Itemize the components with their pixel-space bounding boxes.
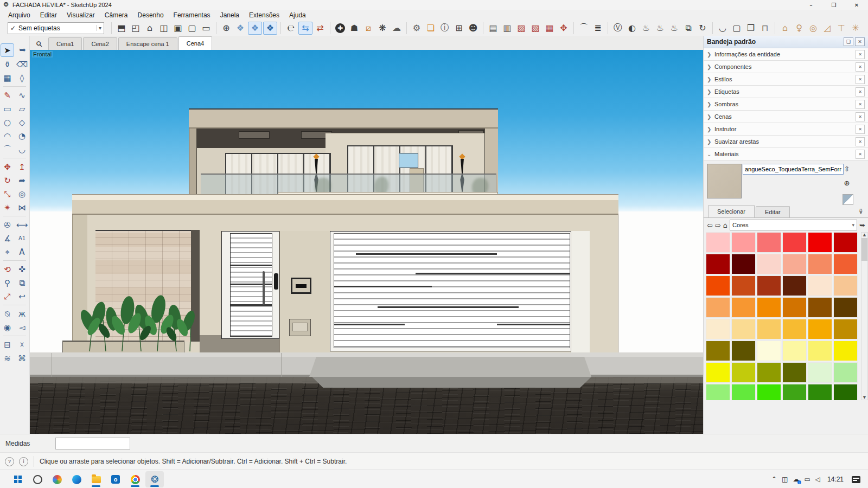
freehand-tool[interactable]: ∿: [16, 89, 28, 101]
section-close-icon[interactable]: ✕: [856, 75, 865, 84]
protractor-tool[interactable]: ∡: [1, 232, 14, 245]
orbit-nav-icon[interactable]: ⊕: [219, 22, 233, 35]
color-swatch[interactable]: [808, 384, 832, 400]
forward-arrow-icon[interactable]: ⇨: [715, 221, 721, 229]
eraser-tool[interactable]: ⌫: [16, 58, 28, 70]
vray-cloud-icon[interactable]: ♨: [667, 22, 681, 35]
rotate-tool[interactable]: ↻: [1, 174, 14, 187]
vray-fb-icon[interactable]: ▢: [730, 22, 744, 35]
color-swatch[interactable]: [731, 384, 756, 400]
color-swatch[interactable]: [757, 275, 781, 296]
scrollbar-thumb[interactable]: [861, 238, 867, 261]
report-doc-icon[interactable]: ▤: [486, 22, 500, 35]
tape-measure-tool[interactable]: ✇: [1, 219, 14, 231]
section-display-tool[interactable]: ☓: [16, 338, 28, 351]
view-plan-icon[interactable]: ▭: [199, 22, 213, 35]
arc-tool[interactable]: ◠: [1, 130, 14, 142]
app-chrome[interactable]: [126, 471, 144, 487]
color-swatch[interactable]: [833, 319, 858, 339]
color-swatch[interactable]: [808, 297, 832, 318]
section-close-icon[interactable]: ✕: [856, 100, 865, 109]
app-photos[interactable]: [48, 471, 66, 487]
paint-bucket-tool[interactable]: ⚱: [1, 58, 14, 70]
tray-chevron-icon[interactable]: ⌃: [771, 476, 777, 483]
color-swatch[interactable]: [782, 319, 807, 339]
vray-render-icon[interactable]: ♨: [639, 22, 653, 35]
color-swatch[interactable]: [706, 254, 730, 274]
color-swatch[interactable]: [833, 275, 858, 296]
color-swatch[interactable]: [833, 297, 858, 318]
section-close-icon[interactable]: ✕: [856, 150, 865, 159]
details-icon[interactable]: ➥: [859, 221, 865, 229]
app-edge[interactable]: [67, 471, 86, 487]
color-swatch[interactable]: [757, 319, 781, 339]
zoom-tool[interactable]: ⚲: [1, 277, 14, 289]
restore-button[interactable]: ❐: [822, 0, 845, 10]
look-around-tool[interactable]: ◉: [1, 321, 14, 333]
walk-tool[interactable]: ж: [16, 307, 28, 320]
menu-item-extensoes[interactable]: Extensões: [244, 11, 284, 19]
pie-tool[interactable]: ◔: [16, 130, 28, 142]
color-swatch[interactable]: [833, 384, 858, 400]
menu-item-visualizar[interactable]: Visualizar: [62, 11, 100, 19]
color-swatch[interactable]: [706, 275, 730, 296]
view-top-icon[interactable]: ▣: [171, 22, 185, 35]
color-swatch[interactable]: [757, 254, 781, 274]
material-name-field[interactable]: [743, 164, 844, 175]
push-pull-tool[interactable]: ↥: [16, 160, 28, 173]
tray-section-etiquetas[interactable]: ❯Etiquetas✕: [704, 86, 868, 98]
minimize-button[interactable]: –: [800, 0, 822, 10]
line-tool[interactable]: ✎: [1, 89, 14, 101]
section-close-icon[interactable]: ✕: [856, 137, 865, 146]
back-arrow-icon[interactable]: ⇦: [707, 221, 713, 229]
style-cube-icon[interactable]: ❖: [233, 22, 247, 35]
menu-item-ajuda[interactable]: Ajuda: [284, 11, 311, 19]
vray-batch-icon[interactable]: ❐: [744, 22, 758, 35]
curve-tool-icon[interactable]: ⌒: [577, 22, 591, 35]
enscape-sun-icon[interactable]: ✳: [848, 22, 863, 35]
texture-tool-1-icon[interactable]: ▨: [514, 22, 528, 35]
section-plane-tool[interactable]: ⊟: [1, 338, 14, 351]
color-swatch[interactable]: [706, 319, 730, 339]
notification-center-icon[interactable]: [852, 476, 860, 483]
section-close-icon[interactable]: ✕: [856, 62, 865, 72]
polygon-tool[interactable]: ◇: [16, 116, 28, 129]
color-swatch[interactable]: [706, 341, 730, 361]
3d-text-tool[interactable]: A: [16, 246, 28, 258]
select-tool[interactable]: ➤: [1, 43, 14, 57]
gear-flower-icon[interactable]: ❋: [375, 22, 390, 35]
report-doc2-icon[interactable]: ▥: [500, 22, 514, 35]
color-swatch[interactable]: [706, 384, 730, 400]
rotated-rectangle-tool[interactable]: ▱: [16, 102, 28, 115]
create-material-icon[interactable]: ⊕: [841, 178, 852, 188]
materials-tab-editar[interactable]: Editar: [756, 206, 790, 217]
color-swatch[interactable]: [731, 254, 756, 274]
style-cube-active-icon[interactable]: ❖: [248, 22, 262, 35]
model-viewport[interactable]: Frontal: [30, 50, 703, 434]
app-outlook[interactable]: o: [106, 471, 125, 487]
view-back-icon[interactable]: ▢: [185, 22, 199, 35]
color-swatch[interactable]: [757, 362, 781, 383]
color-swatch[interactable]: [833, 341, 858, 361]
measurements-input[interactable]: [55, 438, 130, 450]
scene-tab-enscape-cena-1[interactable]: Enscape cena 1: [118, 37, 177, 50]
axes-tool[interactable]: ✴: [1, 201, 14, 214]
secondary-pane-icon[interactable]: ⇳: [841, 164, 852, 174]
view-iso-icon[interactable]: ⬒: [114, 22, 129, 35]
info-circle-icon[interactable]: ⓘ: [438, 22, 452, 35]
color-swatch[interactable]: [833, 232, 858, 253]
help-icon[interactable]: ?: [5, 457, 14, 466]
vray-update-icon[interactable]: ↻: [695, 22, 710, 35]
scene-tab-cena2[interactable]: Cena2: [83, 37, 117, 50]
color-swatch[interactable]: [782, 362, 807, 383]
look-at-tool[interactable]: ◅: [16, 321, 28, 333]
orbit-tool[interactable]: ⟲: [1, 263, 14, 275]
texture-tool-2-icon[interactable]: ▧: [528, 22, 542, 35]
vray-assets-icon[interactable]: ◐: [625, 22, 639, 35]
color-swatch[interactable]: [808, 319, 832, 339]
tag-tool[interactable]: ◊: [16, 72, 28, 84]
color-swatch[interactable]: [808, 254, 832, 274]
color-swatch[interactable]: [757, 384, 781, 400]
color-swatch[interactable]: [833, 362, 858, 383]
color-swatch[interactable]: [757, 341, 781, 361]
